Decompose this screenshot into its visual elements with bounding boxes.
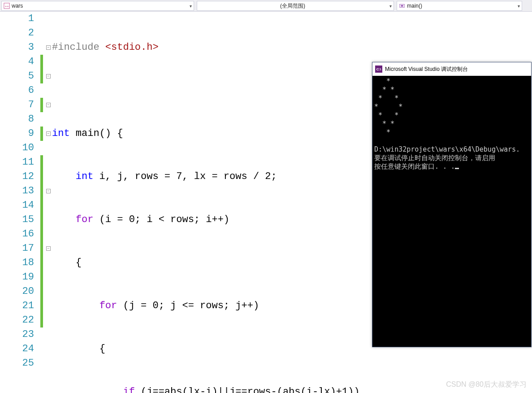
line-number: 24 [0, 342, 34, 356]
line-number: 3 [0, 40, 34, 55]
line-number: 7 [0, 98, 34, 112]
line-number: 16 [0, 227, 34, 241]
file-dropdown[interactable]: ++ wars ▾ [1, 1, 194, 11]
line-number: 19 [0, 270, 34, 284]
chevron-down-icon: ▾ [386, 4, 392, 9]
fold-toggle-icon[interactable]: − [46, 45, 51, 50]
fold-toggle-icon[interactable]: − [46, 189, 51, 193]
chevron-down-icon: ▾ [186, 4, 192, 9]
change-marker-column [40, 12, 45, 393]
vs-console-icon: C:\ [375, 66, 382, 73]
svg-text:++: ++ [5, 4, 9, 9]
line-number: 22 [0, 313, 34, 328]
line-number-gutter: 1 2 3 4 5 6 7 8 9 10 11 12 13 14 15 16 1… [0, 12, 40, 393]
line-number: 10 [0, 141, 34, 155]
line-number: 20 [0, 284, 34, 299]
line-number: 17 [0, 241, 34, 256]
line-number: 1 [0, 12, 34, 26]
line-number: 9 [0, 127, 34, 141]
watermark-text: CSDN @80后大叔爱学习 [446, 380, 527, 389]
line-number: 13 [0, 184, 34, 198]
line-number: 5 [0, 69, 34, 83]
symbol-label: main() [407, 3, 515, 9]
line-number: 11 [0, 155, 34, 170]
chevron-down-icon: ▾ [515, 4, 520, 9]
method-icon [399, 3, 405, 9]
scope-dropdown[interactable]: (全局范围) ▾ [197, 1, 394, 11]
line-number: 2 [0, 26, 34, 40]
fold-toggle-icon[interactable]: − [46, 131, 51, 136]
console-titlebar[interactable]: C:\ Microsoft Visual Studio 调试控制台 [372, 62, 531, 76]
line-number: 14 [0, 198, 34, 213]
line-number: 12 [0, 170, 34, 184]
symbol-dropdown[interactable]: main() ▾ [397, 1, 522, 11]
line-number: 6 [0, 83, 34, 98]
cpp-file-icon: ++ [4, 3, 10, 9]
fold-toggle-icon[interactable]: − [46, 74, 51, 79]
line-number: 23 [0, 328, 34, 342]
line-number: 15 [0, 213, 34, 227]
line-number: 18 [0, 256, 34, 270]
fold-toggle-icon[interactable]: − [46, 246, 51, 251]
svg-rect-3 [401, 5, 403, 7]
scope-label: (全局范围) [199, 2, 386, 10]
line-number: 21 [0, 299, 34, 313]
navigation-bar: ++ wars ▾ (全局范围) ▾ main() ▾ [0, 0, 532, 12]
debug-console-window[interactable]: C:\ Microsoft Visual Studio 调试控制台 * * * … [372, 62, 532, 347]
line-number: 4 [0, 55, 34, 69]
console-title: Microsoft Visual Studio 调试控制台 [385, 66, 468, 73]
file-name: wars [12, 3, 186, 9]
console-output: * * * * * * * * * * * * D:\win32project\… [372, 76, 531, 347]
fold-toggle-icon[interactable]: − [46, 103, 51, 107]
cursor-icon [455, 168, 459, 169]
fold-column: − − − − − − [45, 12, 52, 393]
line-number: 8 [0, 112, 34, 127]
line-number: 25 [0, 356, 34, 371]
